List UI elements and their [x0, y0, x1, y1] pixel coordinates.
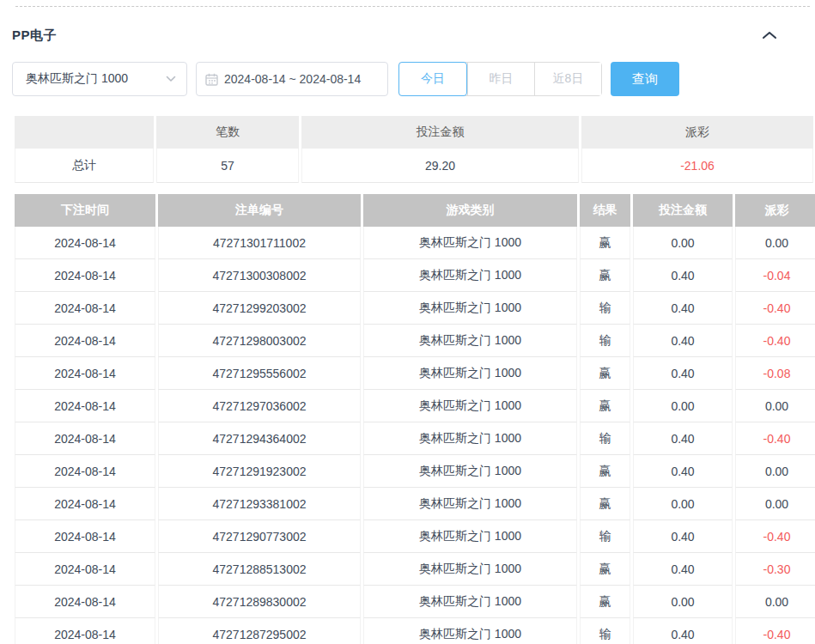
result-cell: 赢 [580, 586, 630, 618]
records-tbody: 2024-08-1447271301711002奥林匹斯之门 1000赢0.00… [15, 227, 815, 644]
bet-time-cell: 2024-08-14 [15, 586, 155, 618]
table-row: 2024-08-1447271297036002奥林匹斯之门 1000赢0.00… [15, 390, 815, 422]
bet-time-cell: 2024-08-14 [15, 357, 155, 390]
result-cell: 输 [580, 292, 630, 325]
summary-table: 笔数 投注金额 派彩 总计 57 29.20 -21.06 [12, 116, 815, 183]
bet-amount-cell: 0.00 [633, 586, 733, 618]
table-row: 2024-08-1447271290773002奥林匹斯之门 1000输0.40… [15, 520, 815, 553]
bet-time-cell: 2024-08-14 [15, 455, 155, 488]
result-cell: 赢 [580, 227, 630, 259]
table-row: 2024-08-1447271295556002奥林匹斯之门 1000赢0.40… [15, 357, 815, 390]
bet-amount-cell: 0.40 [633, 325, 733, 357]
bet-amount-cell: 0.40 [633, 455, 733, 488]
order-id-cell: 47271299203002 [158, 292, 361, 325]
result-cell: 赢 [580, 390, 630, 422]
table-row: 2024-08-1447271291923002奥林匹斯之门 1000赢0.40… [15, 455, 815, 488]
game-type-cell: 奥林匹斯之门 1000 [363, 455, 577, 488]
game-type-cell: 奥林匹斯之门 1000 [363, 488, 577, 520]
header-order-id: 注单编号 [158, 194, 361, 227]
table-row: 2024-08-1447271300308002奥林匹斯之门 1000赢0.40… [15, 259, 815, 292]
date-range-picker[interactable]: 2024-08-14 ~ 2024-08-14 [196, 62, 388, 96]
order-id-cell: 47271290773002 [158, 520, 361, 553]
header-result: 结果 [580, 194, 630, 227]
page-title: PP电子 [12, 27, 57, 44]
records-header-row: 下注时间 注单编号 游戏类别 结果 投注金额 派彩 [15, 194, 815, 227]
game-select[interactable]: 奥林匹斯之门 1000 [12, 62, 187, 96]
bet-time-cell: 2024-08-14 [15, 553, 155, 586]
summary-header-payout: 派彩 [581, 116, 813, 149]
game-type-cell: 奥林匹斯之门 1000 [363, 422, 577, 455]
bet-amount-cell: 0.40 [633, 618, 733, 644]
order-id-cell: 47271295556002 [158, 357, 361, 390]
panel-header: PP电子 [12, 26, 803, 45]
result-cell: 输 [580, 618, 630, 644]
total-label-cell: 总计 [15, 149, 154, 183]
summary-header-bet-amount: 投注金额 [301, 116, 579, 149]
game-type-cell: 奥林匹斯之门 1000 [363, 520, 577, 553]
payout-cell: -0.40 [735, 325, 815, 357]
result-cell: 输 [580, 520, 630, 553]
top-dashed-divider [15, 6, 810, 7]
filter-toolbar: 奥林匹斯之门 1000 2024-08-14 ~ 2024-08-14 [12, 62, 803, 96]
summary-header-count: 笔数 [156, 116, 299, 149]
game-type-cell: 奥林匹斯之门 1000 [363, 292, 577, 325]
table-row: 2024-08-1447271289830002奥林匹斯之门 1000赢0.00… [15, 586, 815, 618]
game-type-cell: 奥林匹斯之门 1000 [363, 259, 577, 292]
payout-cell: -0.40 [735, 422, 815, 455]
table-row: 2024-08-1447271298003002奥林匹斯之门 1000输0.40… [15, 325, 815, 357]
calendar-icon [205, 73, 218, 86]
order-id-cell: 47271294364002 [158, 422, 361, 455]
payout-cell: 0.00 [735, 455, 815, 488]
total-bet-amount-cell: 29.20 [301, 149, 579, 183]
order-id-cell: 47271300308002 [158, 259, 361, 292]
date-range-value: 2024-08-14 ~ 2024-08-14 [224, 72, 361, 86]
last-8-days-button[interactable]: 近8日 [534, 63, 601, 95]
date-quick-filter-group: 今日 昨日 近8日 [398, 62, 602, 96]
query-button[interactable]: 查询 [611, 62, 679, 96]
payout-cell: -0.40 [735, 292, 815, 325]
bet-records-table: 下注时间 注单编号 游戏类别 结果 投注金额 派彩 2024-08-144727… [12, 194, 815, 644]
game-type-cell: 奥林匹斯之门 1000 [363, 553, 577, 586]
bet-amount-cell: 0.00 [633, 227, 733, 259]
bet-time-cell: 2024-08-14 [15, 227, 155, 259]
payout-cell: -0.08 [735, 357, 815, 390]
game-type-cell: 奥林匹斯之门 1000 [363, 325, 577, 357]
table-row: 2024-08-1447271293381002奥林匹斯之门 1000赢0.00… [15, 488, 815, 520]
bet-amount-cell: 0.00 [633, 488, 733, 520]
collapse-panel-button[interactable] [762, 30, 777, 40]
order-id-cell: 47271301711002 [158, 227, 361, 259]
order-id-cell: 47271289830002 [158, 586, 361, 618]
payout-cell: -0.04 [735, 259, 815, 292]
summary-header-row: 笔数 投注金额 派彩 [15, 116, 813, 149]
bet-time-cell: 2024-08-14 [15, 325, 155, 357]
yesterday-button[interactable]: 昨日 [467, 63, 534, 95]
header-game-type: 游戏类别 [363, 194, 577, 227]
bet-amount-cell: 0.40 [633, 520, 733, 553]
header-payout: 派彩 [735, 194, 815, 227]
order-id-cell: 47271287295002 [158, 618, 361, 644]
bet-time-cell: 2024-08-14 [15, 618, 155, 644]
result-cell: 赢 [580, 357, 630, 390]
bet-amount-cell: 0.40 [633, 422, 733, 455]
bet-amount-cell: 0.40 [633, 553, 733, 586]
today-button[interactable]: 今日 [398, 62, 467, 96]
bet-amount-cell: 0.40 [633, 259, 733, 292]
bet-time-cell: 2024-08-14 [15, 390, 155, 422]
order-id-cell: 47271297036002 [158, 390, 361, 422]
bet-time-cell: 2024-08-14 [15, 422, 155, 455]
payout-cell: -0.40 [735, 520, 815, 553]
game-select-value: 奥林匹斯之门 1000 [26, 71, 128, 87]
summary-total-row: 总计 57 29.20 -21.06 [15, 149, 813, 183]
bet-amount-cell: 0.40 [633, 292, 733, 325]
bet-amount-cell: 0.40 [633, 357, 733, 390]
result-cell: 输 [580, 422, 630, 455]
result-cell: 赢 [580, 259, 630, 292]
chevron-up-icon [762, 30, 777, 40]
payout-cell: -0.30 [735, 553, 815, 586]
bet-time-cell: 2024-08-14 [15, 488, 155, 520]
pp-games-panel: PP电子 奥林匹斯之门 1000 [0, 26, 815, 644]
result-cell: 赢 [580, 488, 630, 520]
payout-cell: 0.00 [735, 586, 815, 618]
order-id-cell: 47271288513002 [158, 553, 361, 586]
header-bet-amount: 投注金额 [633, 194, 733, 227]
